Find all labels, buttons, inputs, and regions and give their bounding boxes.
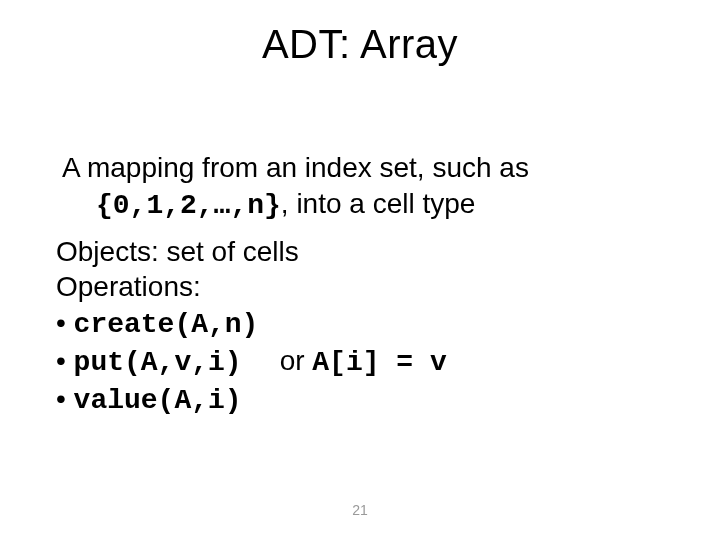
objects-label: Objects: xyxy=(56,236,159,267)
op-put-alt-code: A[i] = v xyxy=(312,347,446,378)
op-create-code: create(A,n) xyxy=(74,309,259,340)
slide-title: ADT: Array xyxy=(0,22,720,67)
op-value: value(A,i) xyxy=(56,381,664,419)
op-put-or: or xyxy=(280,345,313,376)
objects-line: Objects: set of cells xyxy=(56,234,664,270)
objects-text: set of cells xyxy=(159,236,299,267)
op-create: create(A,n) xyxy=(56,305,664,343)
op-put-code: put(A,v,i) xyxy=(74,347,242,378)
definition-paragraph: A mapping from an index set, such as {0,… xyxy=(62,150,664,224)
page-number: 21 xyxy=(0,502,720,518)
definition-after-indexset: , into a cell type xyxy=(281,188,476,219)
op-put: put(A,v,i)or A[i] = v xyxy=(56,343,664,381)
index-set-code: {0,1,2,…,n} xyxy=(96,190,281,221)
operations-label: Operations: xyxy=(56,269,664,305)
slide-body: A mapping from an index set, such as {0,… xyxy=(56,150,664,419)
op-value-code: value(A,i) xyxy=(74,385,242,416)
operations-list: create(A,n) put(A,v,i)or A[i] = v value(… xyxy=(56,305,664,418)
definition-line1: A mapping from an index set, such as xyxy=(62,152,529,183)
